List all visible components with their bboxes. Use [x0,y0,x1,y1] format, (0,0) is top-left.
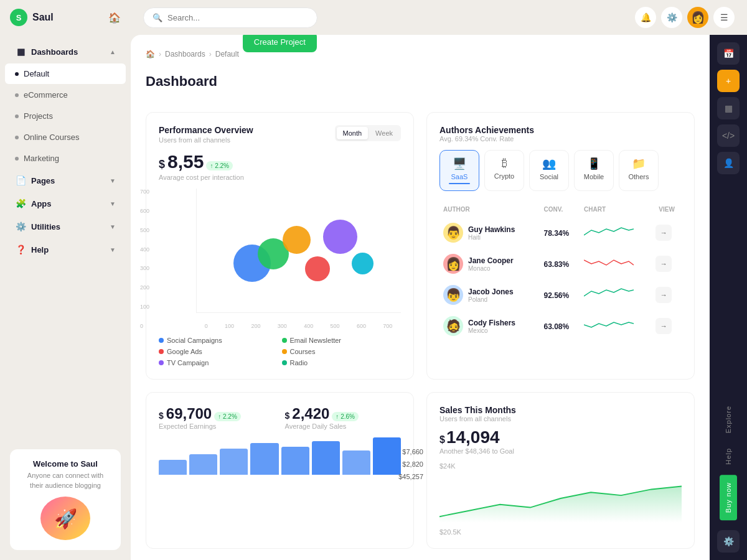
bubble-tv [323,220,357,254]
y-axis: 700 600 500 400 300 200 100 0 [140,189,149,329]
social-icon: 👥 [542,157,556,170]
content-wrapper: 🏠 › Dashboards › Default Create Project … [131,35,747,560]
search-box[interactable]: 🔍 [143,7,317,28]
sidebar-item-apps[interactable]: 🧩 Apps ▼ [5,192,126,215]
user-avatar[interactable]: 👩 [687,7,708,28]
legend-email: Email Newsletter [282,337,402,344]
dot-icon [15,114,19,118]
sales-badge: 2.6% [332,412,359,421]
tab-group: Month Week [335,125,402,141]
create-project-button[interactable]: Create Project [243,35,317,52]
sidebar-item-projects[interactable]: Projects [5,106,126,126]
notification-icon[interactable]: 🔔 [635,7,656,28]
rp-code-icon[interactable]: </> [717,124,740,147]
col-author: AUTHOR [441,202,540,217]
rp-avatar-icon[interactable]: 👤 [717,152,740,174]
sidebar-item-default[interactable]: Default [5,63,126,84]
avatar: 👦 [443,285,463,305]
others-icon: 📁 [632,157,646,170]
chart-legend: Social Campaigns Email Newsletter Google… [159,337,401,366]
cat-tab-crypto[interactable]: ₿ Crypto [484,150,524,191]
bar [250,443,278,475]
view-button[interactable]: → [655,225,672,241]
utilities-icon: ⚙️ [15,221,26,232]
cat-tab-mobile[interactable]: 📱 Mobile [574,150,614,191]
chevron-icon: ▲ [110,49,116,55]
col-conv: CONV. [541,202,580,217]
col-chart: CHART [581,202,652,217]
authors-table: AUTHOR CONV. CHART VIEW 👨 [439,201,682,342]
legend-dot [282,349,287,354]
rp-grid-icon[interactable]: ▦ [717,97,740,119]
bubble-courses [283,226,311,254]
menu-icon[interactable]: ☰ [713,7,735,28]
dot-icon [15,136,19,139]
sidebar-item-utilities[interactable]: ⚙️ Utilities ▼ [5,215,126,238]
legend-dot [159,338,164,343]
sparkline-chart [584,286,634,301]
astronaut-image: 🚀 [40,497,90,540]
col-view: VIEW [653,202,680,217]
dot-icon [15,157,19,161]
breadcrumb: 🏠 › Dashboards › Default Create Project [146,50,695,58]
earnings-value: $ 69,700 2.2% [159,405,275,422]
sidebar-footer: Welcome to Saul Anyone can connect with … [0,439,131,560]
main-content: 🏠 › Dashboards › Default Create Project … [131,35,710,560]
buy-now-label[interactable]: Buy now [720,475,737,520]
perf-subtitle: Users from all channels [159,136,253,144]
bar-chart [159,437,401,475]
chevron-icon: ▼ [110,223,116,230]
crypto-icon: ₿ [502,157,507,170]
sparkline-chart [584,224,634,239]
rp-calendar-icon[interactable]: 📅 [717,42,740,65]
search-icon: 🔍 [153,13,162,22]
avatar: 🧔 [443,316,463,336]
table-row: 👩 Jane Cooper Monaco 63.83% [441,249,680,279]
sidebar-item-online-courses[interactable]: Online Courses [5,127,126,147]
earnings-badge: 2.2% [214,412,241,421]
dot-icon [15,93,19,97]
pages-icon: 📄 [15,175,26,186]
perf-title: Performance Overview [159,125,253,135]
tab-month[interactable]: Month [337,127,369,139]
legend-tv: TV Campaign [159,359,278,366]
x-axis: 0 100 200 300 400 500 600 700 [177,320,401,329]
bubble-radio [352,253,374,274]
sales-card: Sales This Months Users from all channel… [426,392,695,549]
sales-subtitle: Users from all channels [439,415,682,422]
settings-icon[interactable]: ⚙️ [661,7,682,28]
rp-add-icon[interactable]: + [717,70,740,92]
sidebar-item-ecommerce[interactable]: eCommerce [5,85,126,105]
author-info: 👩 Jane Cooper Monaco [443,254,537,274]
chevron-icon: ▼ [110,200,116,207]
avatar: 👩 [443,254,463,274]
topbar-right: 🔔 ⚙️ 👩 ☰ [635,7,735,28]
topbar: 🔍 🔔 ⚙️ 👩 ☰ [131,0,747,35]
cat-tab-saas[interactable]: 🖥️ SaaS [439,150,479,191]
earnings-section: $ 69,700 2.2% Expected Earnings [159,405,275,430]
view-button[interactable]: → [655,287,672,303]
value-label: Avarage cost per interaction [159,174,401,181]
authors-title: Authors Achievements [439,125,682,135]
bar [281,447,309,475]
right-panel: 📅 + ▦ </> 👤 Explore Help Buy now ⚙️ [710,35,747,560]
cat-tab-others[interactable]: 📁 Others [619,150,659,191]
home-icon[interactable]: 🏠 [146,50,155,58]
sidebar-item-pages[interactable]: 📄 Pages ▼ [5,169,126,192]
sidebar-item-marketing[interactable]: Marketing [5,148,126,169]
search-input[interactable] [167,13,308,22]
sidebar-item-help[interactable]: ❓ Help ▼ [5,238,126,261]
chevron-icon: ▼ [110,177,116,184]
view-button[interactable]: → [655,256,672,272]
breadcrumb-dashboards[interactable]: Dashboards [165,50,205,58]
category-tabs: 🖥️ SaaS ₿ Crypto 👥 Social [439,150,682,191]
back-icon[interactable]: 🏠 [108,12,121,24]
sales-value: $ 14,094 [439,427,682,447]
table-row: 👨 Guy Hawkins Haiti 78.34% [441,218,680,248]
cat-tab-social[interactable]: 👥 Social [529,150,569,191]
view-button[interactable]: → [655,318,672,334]
sidebar-item-dashboards[interactable]: ▦ Dashboards ▲ [5,40,126,63]
tab-week[interactable]: Week [369,127,399,139]
bar [312,441,340,475]
rp-settings-icon[interactable]: ⚙️ [717,530,740,553]
